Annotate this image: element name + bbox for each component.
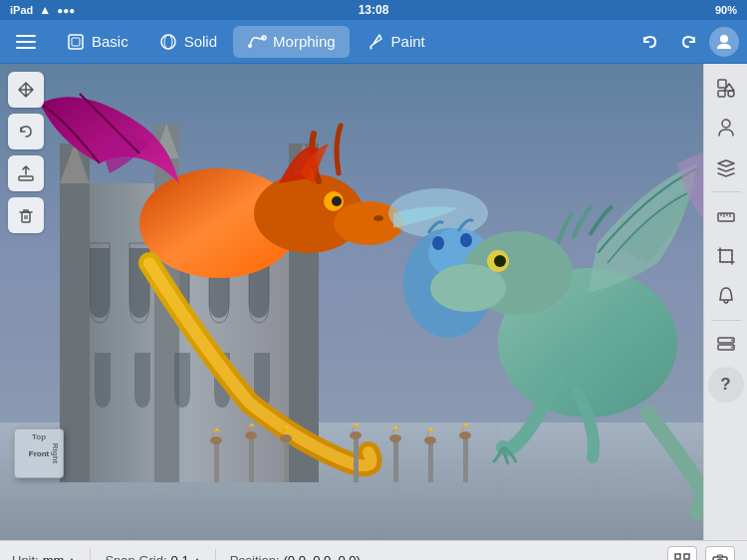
notification-button[interactable] xyxy=(708,278,744,314)
character-button[interactable] xyxy=(708,110,744,145)
device-label: iPad xyxy=(10,4,33,16)
svg-point-37 xyxy=(460,233,472,247)
svg-rect-53 xyxy=(428,442,433,482)
signal-dots: ●●● xyxy=(57,5,75,16)
unit-section: Unit: mm xyxy=(12,553,76,560)
snap-grid-value: 0.1 xyxy=(171,553,189,560)
svg-point-63 xyxy=(728,91,734,97)
snap-grid-section: Snap Grid: 0.1 xyxy=(105,553,200,560)
svg-rect-58 xyxy=(22,212,30,222)
brush-icon xyxy=(366,32,385,52)
toolbar: Basic Solid xyxy=(0,20,747,64)
status-left: iPad ▲ ●●● xyxy=(10,3,75,17)
crop-button[interactable] xyxy=(708,238,744,274)
svg-point-31 xyxy=(332,196,342,206)
wifi-icon: ▲ xyxy=(39,3,51,17)
bottom-sep-1 xyxy=(90,549,91,561)
storage-button[interactable] xyxy=(708,327,744,363)
scene-illustration xyxy=(0,64,703,540)
svg-point-4 xyxy=(248,44,252,48)
menu-button[interactable] xyxy=(8,24,44,60)
status-time: 13:08 xyxy=(359,3,389,17)
tab-solid-label: Solid xyxy=(184,33,217,50)
svg-point-3 xyxy=(164,35,172,49)
cube-right-label: Right xyxy=(50,443,59,463)
bottom-right xyxy=(667,546,735,561)
svg-point-48 xyxy=(280,434,292,442)
redo-button[interactable] xyxy=(671,25,705,59)
tab-basic-label: Basic xyxy=(92,33,128,50)
undo-button[interactable] xyxy=(633,25,667,59)
svg-point-64 xyxy=(722,120,730,128)
help-button[interactable]: ? xyxy=(708,367,744,403)
toolbar-right xyxy=(633,25,739,59)
layers-button[interactable] xyxy=(708,149,744,185)
svg-point-6 xyxy=(720,35,728,43)
right-divider-2 xyxy=(711,320,741,321)
user-avatar[interactable] xyxy=(709,27,739,57)
viewport[interactable]: Top Right Front xyxy=(0,64,703,540)
cube-top-label: Top xyxy=(32,432,46,441)
cube-icon xyxy=(66,32,86,52)
main-area: Top Right Front xyxy=(0,64,747,540)
battery-indicator: 90% xyxy=(715,4,737,16)
position-value: (0.0, 0.0, 0.0) xyxy=(284,553,361,560)
hamburger-icon xyxy=(16,35,36,37)
svg-rect-55 xyxy=(463,437,468,482)
hamburger-icon xyxy=(16,47,36,49)
status-bar: iPad ▲ ●●● 13:08 90% xyxy=(0,0,747,20)
svg-point-36 xyxy=(432,236,444,250)
svg-rect-49 xyxy=(354,437,359,482)
left-tool-panel xyxy=(8,72,44,233)
sphere-icon xyxy=(158,32,178,52)
svg-rect-62 xyxy=(718,91,725,97)
svg-point-56 xyxy=(459,431,471,439)
svg-rect-76 xyxy=(684,554,689,559)
svg-rect-0 xyxy=(69,35,83,49)
svg-rect-45 xyxy=(249,437,254,482)
svg-rect-51 xyxy=(393,440,398,482)
tab-paint-label: Paint xyxy=(391,33,425,50)
svg-rect-57 xyxy=(19,176,33,180)
move-tool[interactable] xyxy=(8,72,44,108)
tab-morphing-label: Morphing xyxy=(273,33,336,50)
tab-solid[interactable]: Solid xyxy=(144,26,231,58)
morph-icon xyxy=(247,32,267,52)
export-tool[interactable] xyxy=(8,155,44,191)
hamburger-icon xyxy=(16,41,36,43)
svg-point-42 xyxy=(494,255,506,267)
snap-grid-label: Snap Grid: xyxy=(105,553,166,560)
cube-front-label: Front xyxy=(29,449,49,458)
view-cube[interactable]: Top Right Front xyxy=(14,428,66,480)
svg-point-44 xyxy=(210,436,222,444)
tab-basic[interactable]: Basic xyxy=(52,26,142,58)
right-divider-1 xyxy=(711,191,741,192)
shapes-button[interactable] xyxy=(708,70,744,106)
delete-tool[interactable] xyxy=(8,197,44,233)
svg-rect-47 xyxy=(284,440,289,482)
svg-rect-70 xyxy=(720,250,732,262)
toolbar-tabs: Basic Solid xyxy=(52,26,439,58)
svg-point-73 xyxy=(731,340,733,342)
tab-paint[interactable]: Paint xyxy=(352,26,439,58)
camera-button[interactable] xyxy=(705,546,735,561)
right-panel: ? xyxy=(703,64,747,540)
svg-rect-61 xyxy=(718,80,726,88)
ruler-button[interactable] xyxy=(708,198,744,234)
toolbar-left: Basic Solid xyxy=(8,24,439,60)
svg-point-54 xyxy=(424,436,436,444)
cube-face[interactable]: Top Right Front xyxy=(14,428,64,478)
unit-value: mm xyxy=(43,553,65,560)
svg-point-52 xyxy=(389,434,401,442)
svg-point-32 xyxy=(374,215,383,221)
focus-button[interactable] xyxy=(667,546,697,561)
svg-point-50 xyxy=(350,431,362,439)
bottom-sep-2 xyxy=(215,549,216,561)
bottom-bar: Unit: mm Snap Grid: 0.1 Position: (0.0, … xyxy=(0,540,747,560)
svg-rect-43 xyxy=(214,442,219,482)
tab-morphing[interactable]: Morphing xyxy=(233,26,350,58)
rotate-tool[interactable] xyxy=(8,114,44,149)
svg-rect-1 xyxy=(72,38,80,46)
position-section: Position: (0.0, 0.0, 0.0) xyxy=(230,553,361,560)
svg-point-2 xyxy=(161,35,175,49)
